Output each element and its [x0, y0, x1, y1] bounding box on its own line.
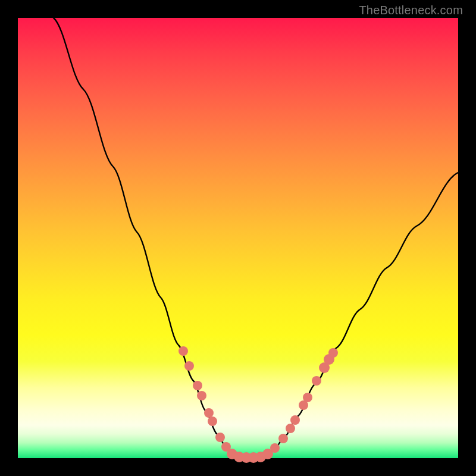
curve-dot: [303, 393, 312, 402]
curve-dot: [215, 433, 225, 442]
curve-dot: [270, 443, 280, 453]
curve-dot: [328, 348, 338, 358]
curve-dot: [204, 408, 214, 418]
curve-dot: [193, 381, 202, 390]
curve-dot: [184, 361, 194, 371]
curve-dot: [312, 376, 321, 386]
chart-frame: TheBottleneck.com: [0, 0, 476, 476]
curve-dot: [286, 424, 295, 433]
curve-dot: [208, 416, 217, 426]
curve-dot: [290, 415, 300, 425]
plot-area: [18, 18, 458, 458]
curve-dot: [278, 434, 288, 443]
curve-dot: [178, 346, 188, 356]
chart-svg: [18, 18, 458, 458]
curve-dot: [197, 391, 206, 400]
bottleneck-curve: [54, 18, 458, 458]
watermark-text: TheBottleneck.com: [359, 4, 463, 17]
